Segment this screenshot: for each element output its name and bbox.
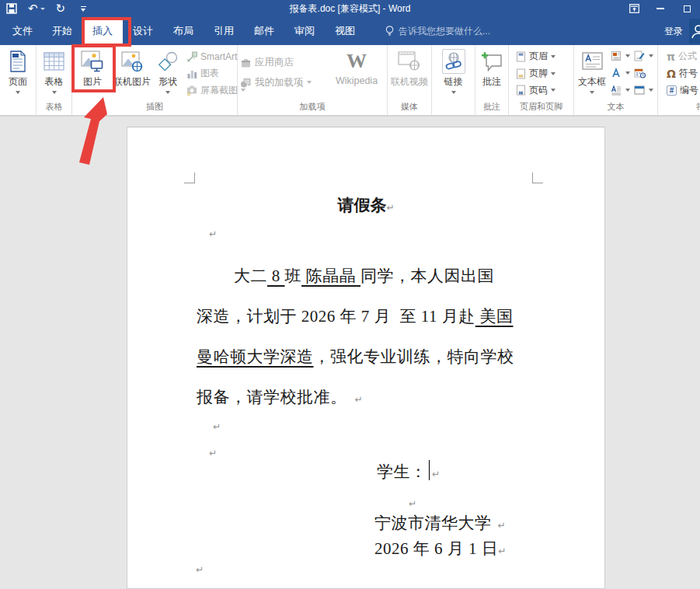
- document-page[interactable]: 请假条↵ ↵ 大二 8 班 陈晶晶 同学，本人因出国 深造，计划于 2026 年…: [127, 127, 605, 589]
- wikipedia-button[interactable]: W Wikipedia: [331, 45, 382, 99]
- page-number-button[interactable]: 页码: [514, 82, 573, 98]
- group-illustrations: 图片 联机图片 形状: [72, 45, 238, 115]
- quick-parts-button[interactable]: [610, 48, 633, 64]
- group-label-comments: 批注: [475, 101, 508, 113]
- online-video-button[interactable]: 联机视频: [388, 45, 431, 99]
- tab-design[interactable]: 设计: [123, 17, 163, 45]
- pages-dropdown-arrow: [16, 91, 20, 94]
- header-button[interactable]: 页眉: [514, 49, 573, 64]
- body-line-1: 大二 8 班 陈晶晶 同学，本人因出国: [234, 265, 494, 287]
- margin-crop-mark-right: [532, 173, 543, 183]
- tab-review[interactable]: 审阅: [284, 17, 325, 45]
- ribbon-display-options-icon: [629, 4, 639, 13]
- link-label: 链接: [444, 75, 463, 89]
- document-area[interactable]: 请假条↵ ↵ 大二 8 班 陈晶晶 同学，本人因出国 深造，计划于 2026 年…: [0, 117, 700, 589]
- number-button[interactable]: # 编号: [664, 82, 700, 98]
- footer-button[interactable]: 页脚: [514, 66, 573, 82]
- tab-layout[interactable]: 布局: [163, 17, 204, 45]
- online-pictures-label: 联机图片: [113, 75, 151, 89]
- minimize-button[interactable]: [647, 0, 674, 17]
- equation-button[interactable]: π 公式: [664, 49, 700, 64]
- header-icon: [516, 51, 526, 62]
- sign-in-button[interactable]: 登录: [664, 17, 683, 45]
- picture-button[interactable]: 图片: [72, 45, 113, 99]
- group-label-media: 媒体: [388, 101, 431, 113]
- pilcrow-mark: ↵: [355, 394, 363, 405]
- drop-cap-button[interactable]: [610, 82, 633, 98]
- window-controls: [621, 0, 700, 17]
- link-dropdown-arrow: [451, 91, 456, 94]
- my-addins-icon: [240, 77, 252, 89]
- shapes-button[interactable]: 形状: [151, 45, 184, 99]
- comment-icon: [481, 49, 503, 74]
- textbox-dropdown-arrow: [590, 91, 594, 94]
- group-pages: 页面: [0, 45, 37, 115]
- textbox-icon: [582, 49, 603, 74]
- store-icon: [240, 57, 252, 68]
- textbox-label: 文本框: [578, 75, 606, 89]
- picture-label: 图片: [83, 75, 102, 89]
- shapes-icon: [158, 49, 179, 74]
- signature-line-button[interactable]: [633, 48, 656, 64]
- tab-references[interactable]: 引用: [204, 17, 244, 45]
- tell-me-box[interactable]: 告诉我您想要做什么...: [385, 17, 490, 45]
- maximize-button[interactable]: [674, 0, 700, 17]
- wordart-dropdown-arrow: [625, 71, 630, 75]
- my-addins-label: 我的加载项: [255, 76, 304, 89]
- equation-label: 公式: [678, 50, 697, 63]
- ribbon-display-options-button[interactable]: [621, 0, 647, 17]
- my-addins-button[interactable]: 我的加载项: [238, 73, 331, 92]
- drop-cap-icon: [611, 85, 622, 96]
- tab-home[interactable]: 开始: [42, 17, 82, 45]
- body-line-3: 曼哈顿大学深造，强化专业训练，特向学校: [197, 346, 514, 368]
- picture-icon: [81, 49, 104, 74]
- tab-file[interactable]: 文件: [3, 17, 42, 45]
- table-button[interactable]: 表格: [37, 45, 71, 99]
- textbox-button[interactable]: 文本框: [574, 45, 610, 99]
- group-tables: 表格 表格: [37, 45, 72, 115]
- smartart-label: SmartArt: [200, 51, 237, 62]
- number-icon: #: [667, 85, 677, 96]
- ribbon: 页面 表格 表格: [0, 45, 700, 117]
- window-title: 报备表.doc [兼容模式] - Word: [0, 0, 700, 17]
- store-button[interactable]: 应用商店: [238, 53, 331, 71]
- group-label-illustrations: 插图: [72, 101, 237, 113]
- group-header-footer: 页眉 页脚 页码: [509, 45, 574, 115]
- pilcrow-mark: ↵: [432, 469, 440, 479]
- group-addins: 应用商店 我的加载项 W Wikipedia 加载项: [238, 45, 388, 115]
- online-pictures-button[interactable]: 联机图片: [113, 45, 151, 99]
- pages-button[interactable]: 页面: [0, 45, 36, 99]
- title-bar: ↶ ↻ 报备表.doc [兼容模式] - Word: [0, 0, 700, 17]
- page-number-label: 页码: [529, 84, 548, 97]
- text-cursor: [429, 460, 430, 480]
- ribbon-tab-row: 文件 开始 插入 设计 布局 引用 邮件 审阅 视图 告诉我您想要做什么... …: [0, 17, 700, 45]
- tab-insert[interactable]: 插入: [82, 17, 123, 45]
- object-icon: [634, 85, 645, 96]
- school-line: 宁波市清华大学↵: [374, 512, 506, 534]
- tab-mailings[interactable]: 邮件: [244, 17, 284, 45]
- tab-view[interactable]: 视图: [325, 17, 365, 45]
- symbol-button[interactable]: Ω 符号: [664, 66, 700, 82]
- chart-button[interactable]: 图表: [184, 66, 237, 82]
- tell-me-label: 告诉我您想要做什么...: [399, 25, 490, 38]
- pilcrow-mark: ↵: [386, 202, 394, 213]
- wordart-button[interactable]: [610, 65, 633, 81]
- share-person-icon[interactable]: [689, 19, 700, 44]
- chart-label: 图表: [200, 67, 219, 80]
- underlined-university: 曼哈顿大学深造: [197, 347, 314, 366]
- link-button[interactable]: 链接: [432, 45, 475, 99]
- date-time-icon: [634, 68, 646, 78]
- footer-label: 页脚: [529, 67, 548, 80]
- date-time-button[interactable]: [633, 65, 656, 81]
- screenshot-label: 屏幕截图: [200, 84, 238, 97]
- shapes-label: 形状: [158, 75, 177, 89]
- quick-parts-dropdown-arrow: [625, 54, 630, 58]
- smartart-button[interactable]: SmartArt: [184, 49, 237, 64]
- comment-button[interactable]: 批注: [475, 45, 508, 99]
- object-button[interactable]: [633, 82, 656, 98]
- equation-icon: π: [667, 51, 675, 63]
- group-media: 联机视频 媒体: [388, 45, 432, 115]
- online-video-label: 联机视频: [391, 75, 428, 89]
- screenshot-button[interactable]: 屏幕截图: [184, 82, 237, 98]
- online-pictures-icon: [121, 49, 143, 74]
